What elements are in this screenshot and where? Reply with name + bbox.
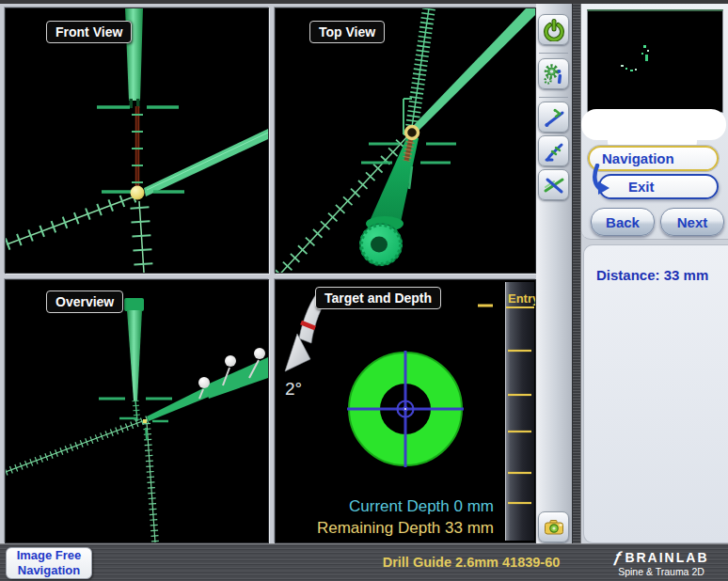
distance-card: Distance: 33 mm [583,244,728,543]
top-view-scene [276,8,535,273]
product-name: Spine & Trauma 2D [596,566,726,577]
viewport-overview[interactable]: Overview [5,279,269,543]
top-view-label: Top View [309,21,385,43]
current-depth-value: Current Depth 0 mm [349,497,494,515]
screenshot-button[interactable] [538,511,569,542]
pointer-beam [413,8,535,132]
navigation-preview[interactable] [587,9,723,113]
remaining-depth-value: Remaining Depth 33 mm [317,519,494,537]
pointer-tool-button[interactable] [538,135,569,166]
target-depth-label: Target and Depth [315,287,441,309]
settings-info-button[interactable] [538,58,569,89]
settings-info-icon [543,63,565,86]
next-button[interactable]: Next [660,208,724,236]
ruler-line-vertical [147,423,155,542]
back-button[interactable]: Back [591,208,655,236]
right-panel: Navigation Exit Back Next Distance: 33 m… [581,4,728,543]
toolbar-separator [539,97,568,98]
front-view-label: Front View [46,21,132,43]
overview-label: Overview [46,290,123,313]
viewport-top-view[interactable]: Top View [275,8,536,274]
image-free-navigation-tab[interactable]: Image Free Navigation [6,547,92,579]
trajectory-tool-icon [543,174,565,196]
overview-scene [6,280,268,542]
viewport-front-view[interactable]: Front View [5,8,269,274]
pointer-tool-icon [543,140,565,163]
marker-sphere [254,348,265,359]
brainlab-logo-icon: ƒ [612,549,625,566]
marker-sphere [198,377,210,388]
target-ball [131,186,145,200]
calibration-tool-button[interactable] [538,102,569,133]
toolbar-separator [539,53,568,54]
target-depth-scene: Entry 2° [276,280,535,542]
active-instrument-label: Drill Guide 2.6mm 41839-60 [363,555,579,570]
distance-value: Distance: 33 mm [596,267,708,283]
camera-icon [543,516,565,539]
marker-sphere [225,355,236,367]
drill-guide-rod [124,298,144,421]
toolbar [536,4,572,543]
preview-scene [588,11,722,112]
ruler-line-vertical [139,201,144,273]
exit-arrow-icon [591,164,615,199]
target-bullseye [347,351,464,467]
trajectory-tool-button[interactable] [538,169,569,200]
entry-label: Entry [508,291,535,306]
menu-card: Navigation Exit Back Next [581,4,728,240]
front-view-scene [6,8,268,273]
ruler-line-dense [412,8,429,127]
status-bar: Image Free Navigation Drill Guide 2.6mm … [0,543,728,581]
power-icon [543,19,565,41]
ruler-line-diagonal [7,196,135,244]
brand-name: BRAINLAB [625,550,708,565]
entry-point-marker [143,419,147,423]
angle-value: 2° [285,379,302,399]
calibration-tool-icon [543,106,565,129]
viewport-target-depth[interactable]: Entry 2° [275,279,536,543]
ruler-line-diagonal [6,419,148,472]
target-ring [406,127,419,139]
application-window: Front View [0,0,728,581]
power-button[interactable] [538,14,569,45]
exit-button[interactable]: Exit [598,174,719,199]
pointer-beam [144,129,268,196]
pointer-instrument [147,348,268,421]
brainlab-branding: ƒBRAINLAB Spine & Trauma 2D [596,549,726,577]
screw-tip [406,138,411,161]
panel-divider-handle[interactable] [572,4,581,543]
